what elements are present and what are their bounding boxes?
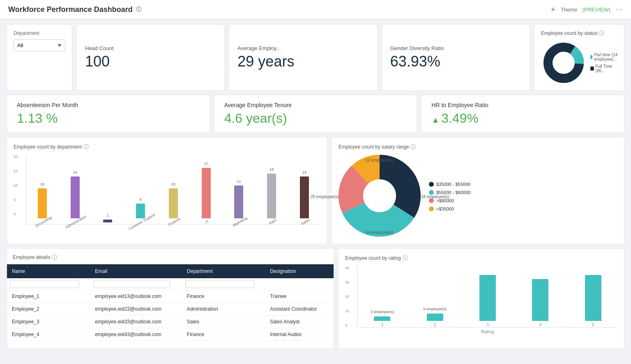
- dept-bar[interactable]: 14: [300, 176, 309, 218]
- name-filter-input[interactable]: [10, 280, 79, 288]
- table-row: Employee_1 employee.eid13@outlook.com Fi…: [7, 290, 334, 303]
- absenteeism-card: Absenteeism Per Month 1.13 %: [7, 95, 210, 133]
- cell-email: employee.eid33@outlook.com: [90, 316, 182, 328]
- rating-bar-group: 5 employee(s)2: [411, 314, 459, 327]
- head-count-card: Head Count 100: [76, 24, 225, 91]
- avg-tenure-label: Average Employee Tenure: [224, 102, 292, 108]
- status-card-title: Employee count by status ⓘ: [541, 30, 617, 37]
- rating-bar-group: 3 employee(s)1: [358, 316, 406, 327]
- hr-ratio-value: 3.49%: [431, 111, 479, 126]
- dept-bar[interactable]: 10: [169, 188, 178, 218]
- svg-point-2: [553, 52, 574, 73]
- dept-bar-group: 17IT: [190, 168, 222, 224]
- rating-bar[interactable]: 5 employee(s): [427, 314, 443, 321]
- rating-bar[interactable]: [479, 275, 496, 321]
- full-time-legend-label: Full Time (86...: [596, 64, 619, 73]
- dept-chart-info-icon[interactable]: ⓘ: [83, 143, 89, 151]
- cell-dept: Sales: [182, 316, 265, 328]
- status-info-icon[interactable]: ⓘ: [599, 30, 604, 37]
- employee-status-card: Employee count by status ⓘ: [534, 24, 624, 91]
- dept-bar-group: 14Administration: [59, 176, 91, 224]
- title-info-icon[interactable]: ⓘ: [136, 6, 141, 13]
- app-header: Workforce Performance Dashboard ⓘ ☀ Them…: [0, 0, 631, 19]
- dept-bar[interactable]: 14: [71, 176, 80, 218]
- cell-name: Employee_1: [7, 290, 90, 303]
- col-name: Name: [7, 264, 90, 278]
- cell-name: Employee_2: [7, 303, 90, 316]
- app-title: Workforce Performance Dashboard: [8, 5, 133, 14]
- dept-bar[interactable]: 17: [202, 168, 211, 218]
- kpi-top-row: Department All Accounting Administration…: [7, 24, 624, 91]
- hr-ratio-label: HR to Employee Ratio: [431, 102, 488, 108]
- more-icon[interactable]: ⋯: [615, 5, 623, 14]
- cell-dept: Administration: [182, 303, 265, 316]
- dept-bar-group: 15R&D: [256, 174, 288, 224]
- rating-bar-label: 4: [539, 323, 542, 327]
- cell-desig: Trainee: [265, 290, 334, 303]
- legend-item-35-55: $35000 - $55000: [429, 182, 470, 187]
- table-header-row: Name Email Department Designation: [7, 264, 334, 278]
- rating-bar-chart: 403020100 3 employee(s)15 employee(s)234…: [345, 266, 617, 342]
- dept-bar[interactable]: 11: [234, 185, 243, 218]
- rating-bar-label: 1: [381, 323, 384, 327]
- cell-email: employee.eid43@outlook.com: [90, 328, 182, 341]
- avg-employ-value: 29 years: [237, 53, 294, 70]
- charts-row: Employee count by department ⓘ 20151050 …: [7, 137, 624, 244]
- rating-bar-label: 3: [486, 323, 489, 327]
- dept-bar[interactable]: 1: [103, 220, 112, 222]
- avg-tenure-value: 4.6 year(s): [224, 111, 287, 126]
- header-right-controls: ☀ Theme (PREVIEW) ⋯: [550, 5, 623, 14]
- rating-bar[interactable]: [585, 275, 601, 321]
- preview-label: (PREVIEW): [582, 7, 610, 13]
- salary-pie-area: 12 employee(s) 34 employee(s) 34 employe…: [339, 155, 617, 238]
- table-filter-row[interactable]: [7, 278, 334, 290]
- salary-info-icon[interactable]: ⓘ: [410, 143, 416, 151]
- status-donut-chart: [541, 40, 586, 85]
- cell-dept: Finance: [182, 290, 265, 303]
- dept-chart-card: Employee count by department ⓘ 20151050 …: [7, 137, 327, 244]
- rating-info-icon[interactable]: ⓘ: [403, 254, 408, 262]
- legend-item-35minus: <$35000: [429, 206, 470, 211]
- col-department: Department: [182, 264, 265, 278]
- employee-details-info-icon[interactable]: ⓘ: [52, 254, 57, 261]
- rating-bar-group: 4: [516, 279, 564, 327]
- head-count-label: Head Count: [85, 45, 113, 51]
- absenteeism-value: 1.13 %: [17, 111, 58, 126]
- dept-bar-chart: 20151050 10Accounting14Administration15C…: [14, 155, 320, 224]
- dept-bar[interactable]: 10: [38, 188, 47, 218]
- dept-bar-group: 5Customer Support: [124, 204, 157, 224]
- dept-filter-input[interactable]: [185, 280, 254, 288]
- avg-tenure-card: Average Employee Tenure 4.6 year(s): [214, 95, 417, 133]
- cell-email: employee.eid13@outlook.com: [90, 290, 182, 303]
- employee-details-title: Employee details ⓘ: [7, 249, 334, 264]
- gender-diversity-label: Gender Diversity Ratio: [390, 45, 444, 51]
- bottom-row: Employee details ⓘ Name Email Department…: [7, 248, 624, 348]
- department-select[interactable]: All Accounting Administration Customer S…: [14, 39, 65, 51]
- cell-desig: Assistant Coordinator: [265, 303, 334, 316]
- dept-bar-label: R&D: [268, 218, 277, 225]
- sun-icon: ☀: [550, 6, 556, 14]
- cell-email: employee.eid23@outlook.com: [90, 303, 182, 316]
- rating-bar-label: 2: [434, 323, 436, 327]
- dept-bar[interactable]: 5: [136, 204, 145, 218]
- rating-chart-title: Employee count by rating ⓘ: [345, 254, 617, 262]
- cell-name: Employee_4: [7, 328, 90, 341]
- email-filter-input[interactable]: [93, 280, 170, 288]
- rating-bar-group: 5: [569, 275, 617, 327]
- department-filter-label: Department: [14, 30, 65, 36]
- hr-ratio-card: HR to Employee Ratio 3.49%: [421, 95, 624, 133]
- part-time-legend-label: Part time (14 employee(...: [594, 53, 619, 62]
- cell-desig: Sales Analyst: [265, 316, 334, 328]
- main-content: Department All Accounting Administration…: [0, 19, 631, 353]
- rating-bar[interactable]: [532, 279, 548, 321]
- salary-chart-title: Employee count by salary range ⓘ: [339, 143, 617, 151]
- rating-bar[interactable]: 3 employee(s): [374, 316, 390, 321]
- department-filter-card: Department All Accounting Administration…: [7, 24, 72, 91]
- employee-table: Name Email Department Designation Empl: [7, 264, 334, 341]
- dept-bar[interactable]: 15: [267, 174, 276, 218]
- status-legend: Part time (14 employee(... Full Time (86…: [590, 53, 619, 73]
- theme-label: Theme: [561, 7, 577, 13]
- salary-chart-card: Employee count by salary range ⓘ: [332, 137, 624, 244]
- head-count-value: 100: [85, 53, 110, 70]
- table-row: Employee_3 employee.eid33@outlook.com Sa…: [7, 316, 334, 328]
